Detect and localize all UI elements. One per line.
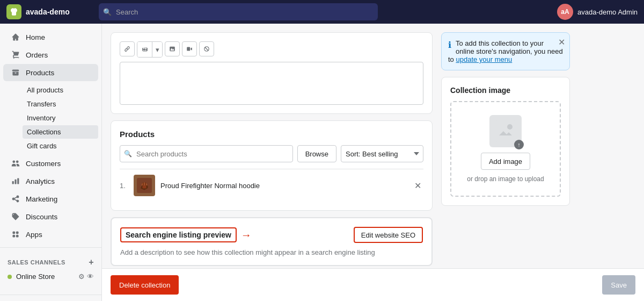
- image-drop-zone[interactable]: ↑ Add image or drop an image to upload: [450, 101, 561, 197]
- sidebar-item-gift-cards[interactable]: Gift cards: [23, 139, 98, 153]
- sidebar-item-analytics[interactable]: Analytics: [3, 173, 98, 190]
- apps-icon: [11, 230, 20, 239]
- editor-toolbar: ▾: [120, 41, 423, 58]
- topbar: avada-demo 🔍 aA avada-demo Admin: [0, 0, 644, 24]
- info-icon: ℹ: [448, 40, 451, 50]
- browse-button[interactable]: Browse: [297, 145, 336, 162]
- svg-point-3: [507, 124, 513, 130]
- image-toolbar-btn[interactable]: [165, 41, 180, 56]
- seo-title: Search engine listing preview: [120, 227, 237, 242]
- ban-toolbar-btn[interactable]: [199, 41, 214, 56]
- sidebar-home-label: Home: [26, 33, 45, 41]
- editor-card: ▾: [111, 32, 433, 114]
- products-card: Products 🔍 Browse Sort: Best selling Sor…: [111, 120, 433, 211]
- orders-icon: [11, 50, 20, 60]
- online-store-dot: [8, 275, 12, 279]
- seo-arrow-icon: →: [241, 229, 252, 241]
- main-content: ▾ Pr: [102, 24, 644, 268]
- collection-image-card: Collection image ↑ Add image or drop an …: [441, 77, 570, 206]
- edit-seo-button[interactable]: Edit website SEO: [354, 227, 423, 243]
- delete-collection-button[interactable]: Delete collection: [111, 275, 179, 295]
- layout: Home Orders Products All products Transf…: [0, 24, 644, 301]
- products-search-row: 🔍 Browse Sort: Best selling Sort: Title …: [120, 145, 423, 162]
- table-toolbar-btn[interactable]: [137, 42, 152, 57]
- customers-icon: [11, 159, 20, 168]
- sidebar-marketing-label: Marketing: [26, 195, 57, 203]
- product-name: Proud Firefighter Normal hoodie: [160, 182, 407, 190]
- product-number: 1.: [120, 182, 128, 190]
- search-input[interactable]: [99, 3, 378, 20]
- right-column: ✕ ℹ To add this collection to your onlin…: [441, 32, 570, 260]
- notification-close-button[interactable]: ✕: [558, 37, 565, 47]
- table-dropdown-btn[interactable]: ▾: [152, 42, 162, 57]
- products-search-icon: 🔍: [124, 150, 132, 157]
- online-store-label: Online Store: [16, 273, 55, 281]
- home-icon: [11, 32, 20, 42]
- table-toolbar-group: ▾: [137, 41, 163, 58]
- topbar-right: aA avada-demo Admin: [557, 4, 638, 20]
- products-search-container: 🔍: [120, 145, 293, 162]
- sidebar-item-inventory[interactable]: Inventory: [23, 111, 98, 125]
- sidebar: Home Orders Products All products Transf…: [0, 24, 102, 301]
- collection-image-title: Collection image: [450, 86, 561, 95]
- sidebar-item-orders[interactable]: Orders: [3, 46, 98, 63]
- store-name: avada-demo: [26, 8, 70, 16]
- product-row: 1. Proud Firefighter Normal ho: [120, 169, 423, 202]
- products-search-input[interactable]: [120, 145, 293, 162]
- admin-avatar[interactable]: aA: [557, 4, 573, 20]
- sidebar-discounts-label: Discounts: [26, 213, 57, 221]
- sidebar-apps-label: Apps: [26, 231, 42, 239]
- sidebar-products-label: Products: [26, 69, 54, 77]
- add-image-button[interactable]: Add image: [481, 153, 530, 170]
- sidebar-item-collections[interactable]: Collections: [23, 125, 98, 139]
- products-icon: [11, 68, 20, 77]
- navigation-notification: ✕ ℹ To add this collection to your onlin…: [441, 32, 570, 70]
- seo-description: Add a description to see how this collec…: [120, 248, 423, 256]
- products-section-title: Products: [120, 130, 423, 139]
- product-thumbnail: [134, 175, 155, 196]
- video-toolbar-btn[interactable]: [182, 41, 197, 56]
- editor-content-area[interactable]: [120, 62, 423, 105]
- sort-select[interactable]: Sort: Best selling Sort: Title A-Z Sort:…: [341, 145, 423, 162]
- sidebar-products-submenu: All products Transfers Inventory Collect…: [0, 82, 101, 154]
- save-button[interactable]: Save: [602, 275, 635, 295]
- seo-card: Search engine listing preview → Edit web…: [111, 217, 433, 266]
- bottom-bar: Delete collection Save: [102, 268, 644, 301]
- image-placeholder: ↑: [489, 115, 522, 147]
- shopify-logo-icon: [6, 4, 21, 19]
- sidebar-item-products[interactable]: Products: [3, 64, 98, 81]
- product-remove-button[interactable]: ✕: [412, 178, 423, 193]
- svg-rect-1: [143, 185, 147, 189]
- sidebar-customers-label: Customers: [26, 160, 61, 168]
- sidebar-item-customers[interactable]: Customers: [3, 155, 98, 172]
- sidebar-orders-label: Orders: [26, 51, 48, 59]
- discounts-icon: [11, 212, 20, 221]
- sidebar-item-online-store[interactable]: Online Store ⚙ 👁: [0, 269, 101, 284]
- analytics-icon: [11, 176, 20, 186]
- upload-badge-icon: ↑: [514, 140, 524, 149]
- link-toolbar-btn[interactable]: [120, 41, 135, 56]
- marketing-icon: [11, 194, 20, 204]
- search-icon: 🔍: [103, 8, 112, 16]
- drop-text: or drop an image to upload: [467, 175, 544, 183]
- global-search[interactable]: 🔍: [99, 3, 378, 20]
- sidebar-item-apps[interactable]: Apps: [3, 226, 98, 243]
- svg-rect-2: [495, 120, 516, 142]
- seo-header: Search engine listing preview → Edit web…: [120, 227, 423, 243]
- sidebar-item-all-products[interactable]: All products: [23, 83, 98, 97]
- sidebar-analytics-label: Analytics: [26, 177, 55, 185]
- online-store-view-icon[interactable]: 👁: [87, 273, 94, 281]
- center-column: ▾ Pr: [111, 32, 433, 260]
- sidebar-item-discounts[interactable]: Discounts: [3, 208, 98, 225]
- add-sales-channel-icon[interactable]: +: [89, 257, 94, 267]
- admin-name: avada-demo Admin: [577, 8, 638, 16]
- sales-channels-label: SALES CHANNELS +: [0, 252, 101, 269]
- sidebar-item-transfers[interactable]: Transfers: [23, 97, 98, 111]
- update-menu-link[interactable]: update your menu: [456, 55, 512, 63]
- sidebar-item-home[interactable]: Home: [3, 28, 98, 46]
- store-logo: avada-demo: [6, 4, 92, 19]
- sidebar-item-marketing[interactable]: Marketing: [3, 190, 98, 207]
- online-store-actions: ⚙ 👁: [78, 273, 94, 281]
- online-store-settings-icon[interactable]: ⚙: [78, 273, 85, 281]
